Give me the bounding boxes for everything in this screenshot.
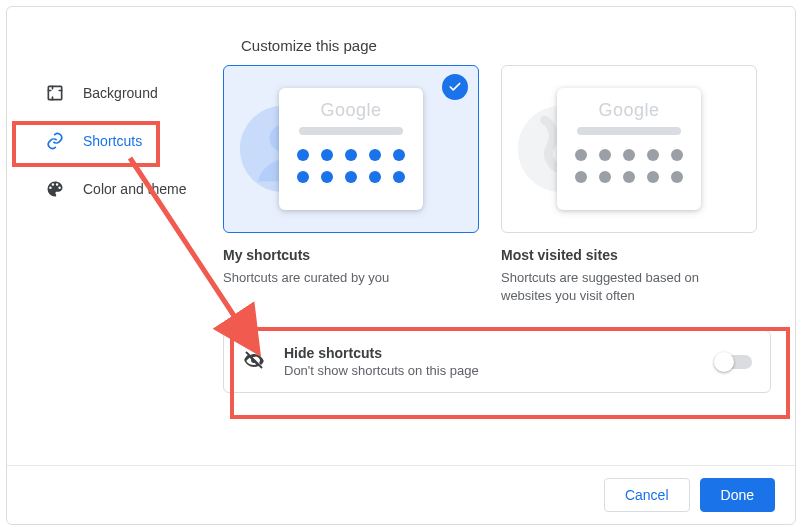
option-subtitle: Shortcuts are curated by you (223, 269, 473, 287)
option-my-shortcuts-tile[interactable]: Google (223, 65, 479, 233)
option-subtitle: Shortcuts are suggested based on website… (501, 269, 751, 304)
preview-logo: Google (557, 88, 701, 121)
svg-rect-0 (48, 86, 61, 99)
hide-shortcuts-toggle[interactable] (716, 355, 752, 369)
palette-icon (45, 179, 65, 199)
option-cards: Google My shortcuts Shortcuts are curate… (223, 65, 771, 304)
dialog-title: Customize this page (241, 37, 377, 54)
link-icon (45, 131, 65, 151)
sidebar-item-color-theme[interactable]: Color and theme (27, 171, 217, 207)
preview-search-bar (299, 127, 403, 135)
sidebar: Background Shortcuts Color and them (27, 35, 217, 455)
option-my-shortcuts: Google My shortcuts Shortcuts are curate… (223, 65, 479, 304)
option-most-visited: Google Most visited sites Shortcuts are … (501, 65, 757, 304)
hide-shortcuts-row: Hide shortcuts Don't show shortcuts on t… (223, 330, 771, 393)
hide-title: Hide shortcuts (284, 345, 698, 361)
dialog-body: Background Shortcuts Color and them (7, 7, 795, 465)
sidebar-item-label: Background (83, 85, 158, 101)
check-icon (442, 74, 468, 100)
option-most-visited-tile[interactable]: Google (501, 65, 757, 233)
preview-card: Google (279, 88, 423, 210)
option-title: Most visited sites (501, 247, 757, 263)
toggle-knob (714, 352, 734, 372)
sidebar-item-shortcuts[interactable]: Shortcuts (27, 123, 217, 159)
dialog-footer: Cancel Done (7, 465, 795, 524)
preview-dots (557, 149, 701, 183)
customize-dialog: Customize this page Background (6, 6, 796, 525)
preview-dots (279, 149, 423, 183)
preview-card: Google (557, 88, 701, 210)
cancel-button[interactable]: Cancel (604, 478, 690, 512)
preview-search-bar (577, 127, 681, 135)
sidebar-item-label: Shortcuts (83, 133, 142, 149)
main-panel: Google My shortcuts Shortcuts are curate… (217, 35, 771, 455)
hide-subtitle: Don't show shortcuts on this page (284, 363, 698, 378)
done-button[interactable]: Done (700, 478, 775, 512)
background-icon (45, 83, 65, 103)
preview-logo: Google (279, 88, 423, 121)
eye-off-icon (242, 348, 266, 376)
hide-text: Hide shortcuts Don't show shortcuts on t… (284, 345, 698, 378)
sidebar-item-label: Color and theme (83, 181, 187, 197)
sidebar-item-background[interactable]: Background (27, 75, 217, 111)
option-title: My shortcuts (223, 247, 479, 263)
